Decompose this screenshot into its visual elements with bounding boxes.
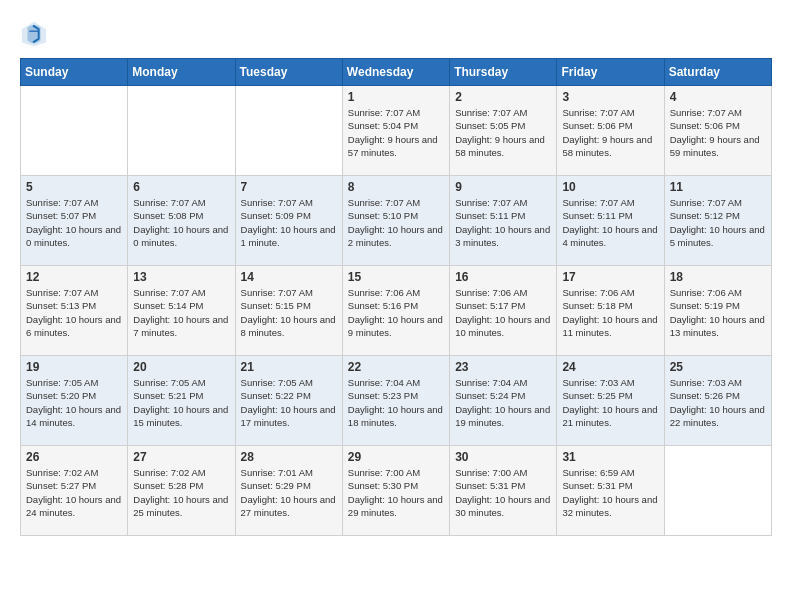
calendar-cell	[235, 86, 342, 176]
day-info: Sunrise: 7:03 AM Sunset: 5:25 PM Dayligh…	[562, 376, 658, 429]
header-row: SundayMondayTuesdayWednesdayThursdayFrid…	[21, 59, 772, 86]
week-row-4: 19Sunrise: 7:05 AM Sunset: 5:20 PM Dayli…	[21, 356, 772, 446]
day-info: Sunrise: 7:00 AM Sunset: 5:30 PM Dayligh…	[348, 466, 444, 519]
day-info: Sunrise: 7:07 AM Sunset: 5:06 PM Dayligh…	[670, 106, 766, 159]
day-number: 20	[133, 360, 229, 374]
day-info: Sunrise: 7:02 AM Sunset: 5:28 PM Dayligh…	[133, 466, 229, 519]
calendar-cell: 17Sunrise: 7:06 AM Sunset: 5:18 PM Dayli…	[557, 266, 664, 356]
calendar-cell: 26Sunrise: 7:02 AM Sunset: 5:27 PM Dayli…	[21, 446, 128, 536]
calendar-cell: 28Sunrise: 7:01 AM Sunset: 5:29 PM Dayli…	[235, 446, 342, 536]
day-info: Sunrise: 7:07 AM Sunset: 5:10 PM Dayligh…	[348, 196, 444, 249]
day-number: 1	[348, 90, 444, 104]
week-row-3: 12Sunrise: 7:07 AM Sunset: 5:13 PM Dayli…	[21, 266, 772, 356]
day-info: Sunrise: 7:07 AM Sunset: 5:07 PM Dayligh…	[26, 196, 122, 249]
day-number: 14	[241, 270, 337, 284]
day-number: 19	[26, 360, 122, 374]
day-info: Sunrise: 7:05 AM Sunset: 5:20 PM Dayligh…	[26, 376, 122, 429]
week-row-1: 1Sunrise: 7:07 AM Sunset: 5:04 PM Daylig…	[21, 86, 772, 176]
day-info: Sunrise: 7:05 AM Sunset: 5:21 PM Dayligh…	[133, 376, 229, 429]
calendar-cell: 2Sunrise: 7:07 AM Sunset: 5:05 PM Daylig…	[450, 86, 557, 176]
day-info: Sunrise: 7:02 AM Sunset: 5:27 PM Dayligh…	[26, 466, 122, 519]
day-number: 7	[241, 180, 337, 194]
day-info: Sunrise: 7:07 AM Sunset: 5:14 PM Dayligh…	[133, 286, 229, 339]
calendar-cell: 11Sunrise: 7:07 AM Sunset: 5:12 PM Dayli…	[664, 176, 771, 266]
day-number: 18	[670, 270, 766, 284]
calendar-cell: 16Sunrise: 7:06 AM Sunset: 5:17 PM Dayli…	[450, 266, 557, 356]
calendar-cell: 1Sunrise: 7:07 AM Sunset: 5:04 PM Daylig…	[342, 86, 449, 176]
day-info: Sunrise: 7:07 AM Sunset: 5:04 PM Dayligh…	[348, 106, 444, 159]
day-info: Sunrise: 7:06 AM Sunset: 5:17 PM Dayligh…	[455, 286, 551, 339]
day-number: 5	[26, 180, 122, 194]
day-info: Sunrise: 7:07 AM Sunset: 5:05 PM Dayligh…	[455, 106, 551, 159]
day-number: 24	[562, 360, 658, 374]
header	[20, 20, 772, 48]
calendar-cell: 21Sunrise: 7:05 AM Sunset: 5:22 PM Dayli…	[235, 356, 342, 446]
day-info: Sunrise: 7:01 AM Sunset: 5:29 PM Dayligh…	[241, 466, 337, 519]
calendar-cell: 13Sunrise: 7:07 AM Sunset: 5:14 PM Dayli…	[128, 266, 235, 356]
day-number: 15	[348, 270, 444, 284]
logo-icon	[20, 20, 48, 48]
day-info: Sunrise: 7:07 AM Sunset: 5:15 PM Dayligh…	[241, 286, 337, 339]
calendar-cell: 31Sunrise: 6:59 AM Sunset: 5:31 PM Dayli…	[557, 446, 664, 536]
calendar-cell: 9Sunrise: 7:07 AM Sunset: 5:11 PM Daylig…	[450, 176, 557, 266]
day-number: 30	[455, 450, 551, 464]
calendar-cell: 24Sunrise: 7:03 AM Sunset: 5:25 PM Dayli…	[557, 356, 664, 446]
day-info: Sunrise: 7:04 AM Sunset: 5:23 PM Dayligh…	[348, 376, 444, 429]
calendar-cell	[664, 446, 771, 536]
day-number: 8	[348, 180, 444, 194]
day-number: 29	[348, 450, 444, 464]
day-info: Sunrise: 7:07 AM Sunset: 5:06 PM Dayligh…	[562, 106, 658, 159]
day-info: Sunrise: 7:03 AM Sunset: 5:26 PM Dayligh…	[670, 376, 766, 429]
day-number: 27	[133, 450, 229, 464]
day-number: 2	[455, 90, 551, 104]
calendar-cell: 12Sunrise: 7:07 AM Sunset: 5:13 PM Dayli…	[21, 266, 128, 356]
logo	[20, 20, 52, 48]
day-info: Sunrise: 7:04 AM Sunset: 5:24 PM Dayligh…	[455, 376, 551, 429]
calendar-cell: 25Sunrise: 7:03 AM Sunset: 5:26 PM Dayli…	[664, 356, 771, 446]
day-info: Sunrise: 7:07 AM Sunset: 5:11 PM Dayligh…	[562, 196, 658, 249]
day-number: 11	[670, 180, 766, 194]
calendar-cell: 27Sunrise: 7:02 AM Sunset: 5:28 PM Dayli…	[128, 446, 235, 536]
calendar-cell: 10Sunrise: 7:07 AM Sunset: 5:11 PM Dayli…	[557, 176, 664, 266]
day-number: 16	[455, 270, 551, 284]
calendar-cell: 14Sunrise: 7:07 AM Sunset: 5:15 PM Dayli…	[235, 266, 342, 356]
day-header-friday: Friday	[557, 59, 664, 86]
calendar-cell: 15Sunrise: 7:06 AM Sunset: 5:16 PM Dayli…	[342, 266, 449, 356]
day-number: 6	[133, 180, 229, 194]
day-number: 4	[670, 90, 766, 104]
day-info: Sunrise: 7:06 AM Sunset: 5:18 PM Dayligh…	[562, 286, 658, 339]
day-header-tuesday: Tuesday	[235, 59, 342, 86]
day-info: Sunrise: 6:59 AM Sunset: 5:31 PM Dayligh…	[562, 466, 658, 519]
calendar-cell: 6Sunrise: 7:07 AM Sunset: 5:08 PM Daylig…	[128, 176, 235, 266]
day-number: 25	[670, 360, 766, 374]
calendar-cell: 23Sunrise: 7:04 AM Sunset: 5:24 PM Dayli…	[450, 356, 557, 446]
calendar-cell	[128, 86, 235, 176]
day-info: Sunrise: 7:06 AM Sunset: 5:16 PM Dayligh…	[348, 286, 444, 339]
day-number: 13	[133, 270, 229, 284]
calendar-cell: 5Sunrise: 7:07 AM Sunset: 5:07 PM Daylig…	[21, 176, 128, 266]
calendar-cell: 18Sunrise: 7:06 AM Sunset: 5:19 PM Dayli…	[664, 266, 771, 356]
calendar-cell: 7Sunrise: 7:07 AM Sunset: 5:09 PM Daylig…	[235, 176, 342, 266]
day-number: 31	[562, 450, 658, 464]
day-info: Sunrise: 7:07 AM Sunset: 5:09 PM Dayligh…	[241, 196, 337, 249]
day-header-monday: Monday	[128, 59, 235, 86]
day-header-thursday: Thursday	[450, 59, 557, 86]
day-info: Sunrise: 7:07 AM Sunset: 5:13 PM Dayligh…	[26, 286, 122, 339]
day-number: 28	[241, 450, 337, 464]
day-number: 10	[562, 180, 658, 194]
day-info: Sunrise: 7:06 AM Sunset: 5:19 PM Dayligh…	[670, 286, 766, 339]
calendar-cell: 20Sunrise: 7:05 AM Sunset: 5:21 PM Dayli…	[128, 356, 235, 446]
day-number: 12	[26, 270, 122, 284]
day-header-saturday: Saturday	[664, 59, 771, 86]
calendar-cell: 29Sunrise: 7:00 AM Sunset: 5:30 PM Dayli…	[342, 446, 449, 536]
calendar-cell: 30Sunrise: 7:00 AM Sunset: 5:31 PM Dayli…	[450, 446, 557, 536]
calendar-table: SundayMondayTuesdayWednesdayThursdayFrid…	[20, 58, 772, 536]
day-info: Sunrise: 7:07 AM Sunset: 5:11 PM Dayligh…	[455, 196, 551, 249]
day-info: Sunrise: 7:07 AM Sunset: 5:08 PM Dayligh…	[133, 196, 229, 249]
day-info: Sunrise: 7:05 AM Sunset: 5:22 PM Dayligh…	[241, 376, 337, 429]
calendar-cell: 8Sunrise: 7:07 AM Sunset: 5:10 PM Daylig…	[342, 176, 449, 266]
day-info: Sunrise: 7:00 AM Sunset: 5:31 PM Dayligh…	[455, 466, 551, 519]
day-number: 26	[26, 450, 122, 464]
day-number: 17	[562, 270, 658, 284]
calendar-cell: 22Sunrise: 7:04 AM Sunset: 5:23 PM Dayli…	[342, 356, 449, 446]
